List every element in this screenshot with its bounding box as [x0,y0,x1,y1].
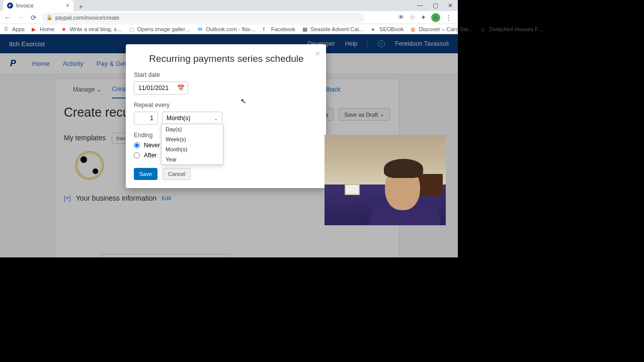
bookmark-item[interactable]: ▦Seaside Advent Cal… [302,26,364,32]
modal-close-icon[interactable]: × [315,49,320,58]
address-bar[interactable]: 🔒 paypal.com/invoice/create [42,13,364,23]
apps-icon: ⠿ [4,26,10,32]
webcam-overlay [325,135,446,225]
repeat-count-input[interactable]: 1 [134,112,158,125]
forward-button[interactable]: → [16,14,25,22]
globe-icon: ◌ [129,26,135,32]
bookmark-item[interactable]: ⠿Apps [4,26,25,32]
discover-icon: ◍ [411,26,417,32]
bookmark-item[interactable]: ●SEOBook [371,26,404,32]
unit-option-weeks[interactable]: Week(s) [162,134,223,144]
browser-tab[interactable]: P Invoice × [3,0,73,11]
bookmark-item[interactable]: ✉Outlook.com - flav… [198,26,256,32]
recurring-schedule-modal: × Recurring payments series schedule Sta… [126,44,326,188]
bookmark-item[interactable]: ⌂Detached Houses F… [481,26,543,32]
ending-never-label: Never [144,142,160,149]
outlook-icon: ✉ [198,26,204,32]
youtube-icon: ▶ [32,26,38,32]
extensions-icon[interactable]: ✦ [421,14,426,21]
grid-icon: ▦ [302,26,308,32]
chevron-down-icon: ⌄ [214,116,218,121]
bookmark-item[interactable]: ★Write a viral blog, s… [61,26,122,32]
unit-option-months[interactable]: Month(s) [162,144,223,154]
bookmark-item[interactable]: ◍Discover – Card Ser… [411,26,474,32]
tab-strip: P Invoice × + — ▢ ✕ [0,0,458,11]
chrome-menu-icon[interactable]: ⋮ [445,14,452,21]
lock-icon: 🔒 [46,15,52,20]
reload-button[interactable]: ⟳ [29,14,38,22]
modal-title: Recurring payments series schedule [134,53,319,64]
toolbar-right-icons: 👁 ☆ ✦ A ⋮ [398,13,455,22]
bookmarks-bar: ⠿Apps ▶Home ★Write a viral blog, s… ◌Ope… [0,24,458,34]
ending-never-radio[interactable] [134,142,140,148]
start-date-input[interactable]: 11/01/2021 📅 [134,81,188,95]
bookmark-star-icon[interactable]: ☆ [410,14,416,21]
cancel-button[interactable]: Cancel [163,168,191,180]
close-button[interactable]: ✕ [443,0,458,11]
star-icon: ★ [61,26,67,32]
browser-toolbar: ← → ⟳ 🔒 paypal.com/invoice/create 👁 ☆ ✦ … [0,11,458,24]
start-date-label: Start date [134,71,319,78]
save-button[interactable]: Save [134,168,157,180]
back-button[interactable]: ← [3,14,12,22]
paypal-favicon: P [7,3,13,9]
profile-avatar[interactable]: A [431,13,440,22]
repeat-every-label: Repeat every [134,102,319,109]
repeat-unit-select[interactable]: Month(s) ⌄ [162,112,222,125]
bookmark-item[interactable]: ▶Home [32,26,54,32]
bookmark-item[interactable]: ◌Opens image galler… [129,26,191,32]
seo-icon: ● [371,26,377,32]
new-tab-button[interactable]: + [76,2,86,11]
window-controls: — ▢ ✕ [413,0,458,11]
calendar-icon[interactable]: 📅 [177,84,185,92]
url-text: paypal.com/invoice/create [55,15,119,21]
repeat-unit-dropdown: Day(s) Week(s) Month(s) Year [161,124,223,165]
facebook-icon: f [263,26,269,32]
bookmark-item[interactable]: fFacebook [263,26,295,32]
tab-title: Invoice [16,3,34,9]
unit-option-days[interactable]: Day(s) [162,124,223,134]
maximize-button[interactable]: ▢ [428,0,443,11]
ending-after-label: After [144,152,156,159]
unit-option-year[interactable]: Year [162,154,223,164]
cursor-icon: ↖ [240,97,247,105]
ending-after-radio[interactable] [134,152,140,158]
tab-close-icon[interactable]: × [66,2,69,9]
house-icon: ⌂ [481,26,487,32]
minimize-button[interactable]: — [413,0,428,11]
privacy-icon[interactable]: 👁 [398,14,405,21]
